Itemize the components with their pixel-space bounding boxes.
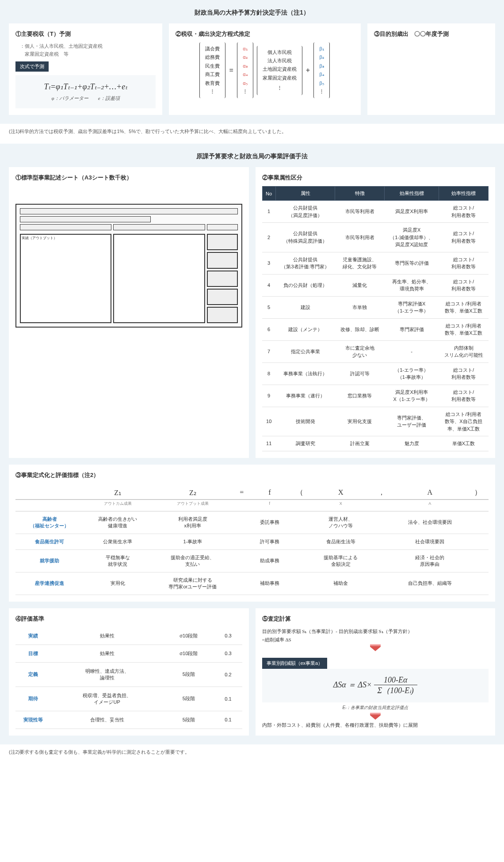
- section-budget-method: 財政当局の大枠予算方針決定手法（注1） ①主要税収（T）予測 ：個人・法人市民税…: [0, 0, 504, 124]
- s2c3-title: ③事業定式化と評価指標（注2）: [15, 471, 489, 479]
- formalization-table: Z₁Z₂=f（X，A） アウトカム成果アウトプット成果fXA 高齢者 （福祉セン…: [15, 484, 489, 595]
- arrow-down-icon-2: [370, 715, 381, 720]
- calc-expand: 内部・外部コスト、経費別（人件費、各種行政運営、扶助費等）に展開: [262, 722, 489, 729]
- attributes-table: No属性特徴効果性指標効率性指標 1公共財提供 （満足度評価）市民等利用者満足度…: [262, 186, 489, 451]
- calc-line2: =総削減率 ΔS: [262, 636, 489, 645]
- card-purpose-expend: ③目的別歳出 〇〇年度予測: [367, 23, 495, 115]
- s2c1-title: ①標準型事業記述シート（A3シート数千枚）: [15, 174, 242, 182]
- a3-sheet-image: 実績（アウトプット）: [15, 204, 242, 328]
- section-evaluation: 原課予算要求と財政当局の事業評価手法 ①標準型事業記述シート（A3シート数千枚）…: [0, 144, 504, 744]
- formula-num: 100-Eα: [374, 675, 417, 685]
- sheet-output-box: 実績（アウトプット）: [20, 234, 111, 323]
- c3-title: ③目的別歳出 〇〇年度予測: [374, 30, 489, 38]
- calc-badge: 事業別削減額（ex事業a）: [262, 658, 328, 669]
- c1-title: ①主要税収（T）予測: [15, 30, 156, 38]
- criteria-table: 実績効果性σ10段階0.3目標効果性σ10段階0.3定義明瞭性、達成方法、 論理…: [15, 627, 242, 729]
- calc-enote: Eᵢ：各事業の財政当局査定評価点: [262, 705, 489, 711]
- s2c4-title: ④評価基準: [15, 615, 242, 623]
- arrow-down-icon: [370, 647, 381, 651]
- plus-sign: +: [306, 66, 310, 74]
- card-sheet: ①標準型事業記述シート（A3シート数千枚） 実績（アウトプット）: [9, 167, 249, 458]
- section1-title: 財政当局の大枠予算方針決定手法（注1）: [9, 9, 495, 17]
- card-attributes: ②事業属性区分 No属性特徴効果性指標効率性指標 1公共財提供 （満足度評価）市…: [256, 167, 496, 458]
- c1-badge: 次式で予測: [15, 61, 49, 72]
- card-tax-forecast: ①主要税収（T）予測 ：個人・法人市民税、土地固定資産税 家屋固定資産税 等 次…: [9, 23, 162, 115]
- s2c5-title: ⑤査定計算: [262, 615, 489, 623]
- c1-eq: Tₜ=φ₁Tₜ₋₁+φ₂Tₜ₋₂+…+eₜ: [22, 82, 149, 92]
- card-criteria: ④評価基準 実績効果性σ10段階0.3目標効果性σ10段階0.3定義明瞭性、達成…: [9, 608, 249, 736]
- c1-eqnote: φ：パラメーター e：誤差項: [22, 95, 149, 102]
- card-equation: ②税収・歳出決定方程式推定 議会費総務費民生費商工費教育費⋮ = α₁α₂α₃α…: [169, 23, 361, 115]
- c1-sub: ：個人・法人市民税、土地固定資産税 家屋固定資産税 等: [20, 42, 156, 58]
- s2c2-title: ②事業属性区分: [262, 174, 489, 182]
- section2-title: 原課予算要求と財政当局の事業評価手法: [9, 153, 495, 160]
- note2: (注2)要求する側も査定する側も、事業定義が科学的に測定されることが重要です。: [9, 749, 495, 755]
- eq-sign: =: [229, 66, 233, 74]
- matrix-equation: 議会費総務費民生費商工費教育費⋮ = α₁α₂α₃α₄α₅⋮ 個人市民税法人市民…: [176, 42, 354, 98]
- formula-den: Σ（100-Eᵢ): [374, 685, 417, 696]
- formula-left: ΔSα ＝ ΔS×: [333, 680, 372, 689]
- card-formalization: ③事業定式化と評価指標（注2） Z₁Z₂=f（X，A） アウトカム成果アウトプッ…: [9, 465, 495, 602]
- note1: (注1)科学的方法では税収予測、歳出予測誤差率は1%、5%で、勘で行っていた大枠…: [9, 128, 495, 135]
- calc-formula: ΔSα ＝ ΔS× 100-Eα Σ（100-Eᵢ): [262, 669, 489, 702]
- c2-title: ②税収・歳出決定方程式推定: [176, 30, 354, 38]
- card-calc: ⑤査定計算 目的別予算要求額 S₁（当事業計）- 目的別歳出要求額 S₁（予算方…: [256, 608, 496, 736]
- calc-line1: 目的別予算要求額 S₁（当事業計）- 目的別歳出要求額 S₁（予算方針）: [262, 627, 489, 636]
- c1-formula: Tₜ=φ₁Tₜ₋₁+φ₂Tₜ₋₂+…+eₜ φ：パラメーター e：誤差項: [15, 75, 156, 108]
